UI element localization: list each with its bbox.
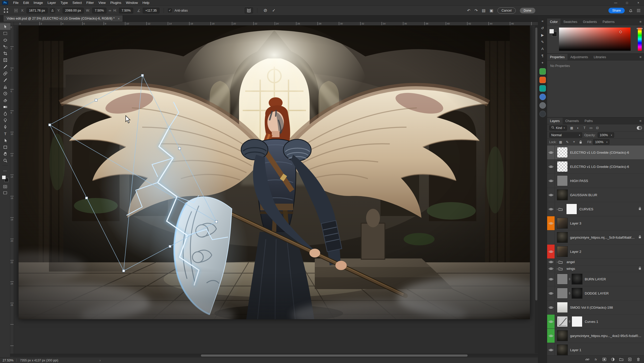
- layer-mask-thumbnail[interactable]: [572, 316, 582, 327]
- history-brush-tool[interactable]: [0, 90, 10, 97]
- layer-visibility-toggle[interactable]: [547, 188, 555, 202]
- menu-window[interactable]: Window: [124, 0, 140, 5]
- crop-tool[interactable]: [0, 50, 10, 57]
- layer-visibility-toggle[interactable]: [547, 160, 555, 174]
- lock-pixels-icon[interactable]: ✎: [564, 140, 570, 145]
- menu-plugins[interactable]: Plugins: [108, 0, 124, 5]
- properties-tab-adjustments[interactable]: Adjustments: [567, 54, 591, 60]
- link-layers-icon[interactable]: [585, 357, 589, 361]
- color-tab-swatches[interactable]: Swatches: [561, 19, 580, 25]
- layer-filter-toggle[interactable]: [637, 126, 642, 130]
- layer-thumbnail[interactable]: [557, 316, 568, 327]
- marquee-tool[interactable]: [0, 30, 10, 37]
- layer-row[interactable]: Layer 1: [547, 343, 644, 355]
- color-tab-gradients[interactable]: Gradients: [580, 19, 600, 25]
- layer-name[interactable]: Layer 2: [570, 250, 644, 254]
- plugin-panel-orange[interactable]: [539, 77, 546, 83]
- filter-pixel-layers-icon[interactable]: ▦: [569, 125, 575, 131]
- layer-name[interactable]: CURVES: [579, 207, 637, 211]
- lock-all-icon[interactable]: [578, 140, 584, 145]
- layer-visibility-toggle[interactable]: [547, 329, 555, 343]
- layer-row[interactable]: garymcintyre_httpss.mj..._5c9-fcdaf06abf…: [547, 230, 644, 245]
- paragraph-panel-icon[interactable]: ¶: [539, 52, 546, 59]
- horizontal-scrollbar-thumb[interactable]: [201, 355, 468, 357]
- hand-tool[interactable]: [0, 150, 10, 157]
- blend-mode-select[interactable]: Normal▾: [549, 132, 582, 138]
- color-tab-color[interactable]: Color: [547, 19, 561, 25]
- menu-layer[interactable]: Layer: [45, 0, 58, 5]
- layer-thumbnail[interactable]: [557, 274, 568, 284]
- layers-tab-paths[interactable]: Paths: [582, 118, 596, 124]
- expand-panels-icon[interactable]: «: [539, 18, 546, 24]
- layer-visibility-toggle[interactable]: [547, 265, 555, 272]
- color-picker-cursor[interactable]: [619, 31, 622, 33]
- menu-type[interactable]: Type: [58, 0, 70, 5]
- layer-row[interactable]: Layer 3: [547, 216, 644, 230]
- group-expand-icon[interactable]: ›: [557, 260, 558, 264]
- layer-name[interactable]: Layer 1: [570, 348, 644, 352]
- layer-visibility-toggle[interactable]: [547, 286, 555, 300]
- layer-visibility-toggle[interactable]: [547, 315, 555, 329]
- lock-position-icon[interactable]: ⌖: [571, 140, 577, 145]
- foreground-color-swatch[interactable]: [2, 175, 6, 179]
- gradient-tool[interactable]: [0, 103, 10, 110]
- brush-settings-icon[interactable]: ✎: [539, 38, 546, 45]
- layer-visibility-toggle[interactable]: [547, 216, 555, 230]
- add-mask-icon[interactable]: [602, 357, 606, 361]
- layer-name[interactable]: Curves 1: [585, 320, 644, 324]
- pen-tool[interactable]: [0, 124, 10, 130]
- device-preview-icon[interactable]: ▤: [482, 8, 485, 13]
- zoom-level-field[interactable]: 27.53%: [3, 359, 13, 362]
- layer-thumbnail[interactable]: [557, 218, 568, 229]
- layer-row[interactable]: ›angel: [547, 259, 644, 265]
- filter-type-layers-icon[interactable]: T: [582, 125, 588, 131]
- y-value-field[interactable]: 2069.00 px: [63, 8, 84, 13]
- layer-name[interactable]: ELECTRO v1 LG Greeble (CGHacks)-6: [570, 151, 644, 154]
- foreground-color-well[interactable]: [549, 29, 554, 34]
- history-icon[interactable]: ↺: [539, 24, 546, 31]
- layer-visibility-toggle[interactable]: [547, 343, 555, 355]
- layer-name[interactable]: garymcintyre_httpss.mjru..._4ce2-95c5-fc…: [570, 334, 644, 338]
- layer-row[interactable]: Curves 1: [547, 315, 644, 329]
- layer-row[interactable]: ›wings: [547, 265, 644, 272]
- layer-row[interactable]: Layer 2: [547, 245, 644, 259]
- menu-select[interactable]: Select: [70, 0, 84, 5]
- panel-menu-icon[interactable]: ≡: [637, 54, 644, 60]
- layer-thumbnail[interactable]: [557, 344, 568, 355]
- layer-row[interactable]: ›CURVES: [547, 202, 644, 216]
- layer-thumbnail[interactable]: [557, 330, 568, 341]
- layer-name[interactable]: wings: [566, 267, 637, 271]
- eyedropper-tool[interactable]: [0, 63, 10, 70]
- layer-row[interactable]: BURN LAYER: [547, 272, 644, 286]
- layer-name[interactable]: SMOG Vol II (CGHacks)-198: [570, 306, 644, 309]
- layer-name[interactable]: HIGH PASS: [570, 179, 644, 183]
- layer-effects-icon[interactable]: fx: [594, 357, 598, 361]
- layer-name[interactable]: ELECTRO v1 LG Greeble (CGHacks)-6: [570, 165, 644, 169]
- layer-filter-kind-dropdown[interactable]: Kind ▾: [549, 125, 567, 131]
- dodge-tool[interactable]: [0, 117, 10, 124]
- lock-transparency-icon[interactable]: ▦: [558, 140, 564, 145]
- type-tool[interactable]: T: [0, 130, 10, 137]
- hue-slider-marker[interactable]: [637, 28, 642, 29]
- layer-thumbnail[interactable]: [557, 246, 568, 257]
- new-adjustment-icon[interactable]: [611, 357, 615, 361]
- document-tab-close-icon[interactable]: ×: [118, 17, 120, 21]
- status-chevron-icon[interactable]: ›: [99, 358, 100, 362]
- move-tool[interactable]: [0, 23, 10, 30]
- menu-file[interactable]: File: [11, 0, 21, 5]
- layer-visibility-toggle[interactable]: [547, 259, 555, 265]
- plugin-panel-dark[interactable]: [539, 111, 546, 117]
- properties-tab-libraries[interactable]: Libraries: [591, 54, 609, 60]
- filter-smart-objects-icon[interactable]: ⊡: [595, 125, 600, 131]
- apps-grid-icon[interactable]: [637, 9, 640, 12]
- document-tab[interactable]: Video edit.psd @ 27.5% (ELECTRO v1 LG Gr…: [4, 15, 123, 22]
- layer-row[interactable]: HIGH PASS: [547, 174, 644, 188]
- fill-select[interactable]: 100%▾: [593, 139, 609, 145]
- blur-tool[interactable]: [0, 110, 10, 117]
- layer-row[interactable]: DODGE LAYER: [547, 286, 644, 300]
- menu-help[interactable]: Help: [140, 0, 152, 5]
- eraser-tool[interactable]: [0, 97, 10, 103]
- filter-adjustment-layers-icon[interactable]: ◐: [575, 125, 581, 131]
- layer-thumbnail[interactable]: [557, 161, 568, 172]
- saturation-brightness-field[interactable]: [559, 28, 631, 51]
